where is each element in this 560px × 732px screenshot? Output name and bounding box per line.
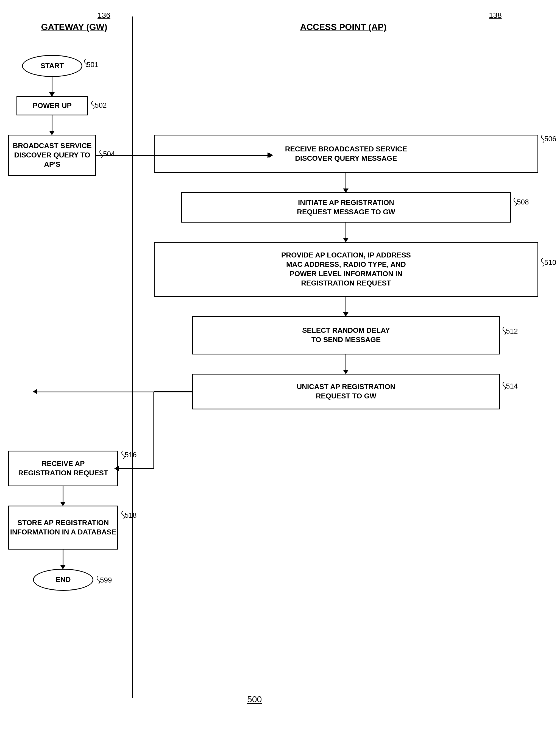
arrow-unicast-receive — [33, 392, 193, 393]
col-header-gw: GATEWAY (GW) — [22, 22, 126, 32]
receive-broadcast-node: RECEIVE BROADCASTED SERVICE DISCOVER QUE… — [154, 135, 538, 173]
ref-510: 510 — [544, 258, 556, 267]
arrow-510-512 — [346, 297, 346, 313]
ref-599: 599 — [100, 576, 112, 585]
ref-500: 500 — [247, 694, 262, 705]
ref-138: 138 — [489, 11, 502, 20]
ref-512: 512 — [506, 327, 518, 335]
initiate-reg-node: INITIATE AP REGISTRATION REQUEST MESSAGE… — [181, 192, 511, 222]
ref-518: 518 — [125, 511, 136, 520]
arrowhead-unicast-receive — [33, 389, 37, 394]
broadcast-node: BROADCAST SERVICE DISCOVER QUERY TO AP'S — [8, 135, 96, 176]
arrow-508-510 — [346, 222, 346, 239]
arrow-516-518 — [63, 486, 63, 503]
ref-136: 136 — [97, 11, 110, 20]
ref-516: 516 — [125, 451, 136, 459]
ref-504: 504 — [103, 150, 115, 158]
powerup-node: POWER UP — [16, 96, 88, 115]
store-reg-node: STORE AP REGISTRATION INFORMATION IN A D… — [8, 506, 118, 550]
divider-line — [132, 16, 133, 698]
col-header-ap: ACCESS POINT (AP) — [151, 22, 536, 32]
squiggle-501 — [83, 59, 88, 67]
arrow-506-508 — [346, 173, 346, 190]
end-node: END — [33, 569, 93, 591]
arrow-518-end — [63, 550, 63, 566]
ref-502: 502 — [95, 101, 107, 110]
arrow-start-powerup — [52, 77, 52, 93]
provide-info-node: PROVIDE AP LOCATION, IP ADDRESS MAC ADDR… — [154, 242, 538, 297]
receive-reg-node: RECEIVE AP REGISTRATION REQUEST — [8, 451, 118, 486]
select-delay-node: SELECT RANDOM DELAY TO SEND MESSAGE — [192, 316, 500, 354]
arrow-512-514 — [346, 354, 346, 371]
arrow-powerup-broadcast — [52, 115, 52, 132]
unicast-node: UNICAST AP REGISTRATION REQUEST TO GW — [192, 374, 500, 410]
ref-508: 508 — [517, 198, 529, 206]
start-node: START — [22, 55, 82, 77]
ref-506: 506 — [544, 135, 556, 143]
ref-514: 514 — [506, 382, 518, 391]
diagram-container: 136 138 GATEWAY (GW) ACCESS POINT (AP) S… — [0, 0, 560, 732]
